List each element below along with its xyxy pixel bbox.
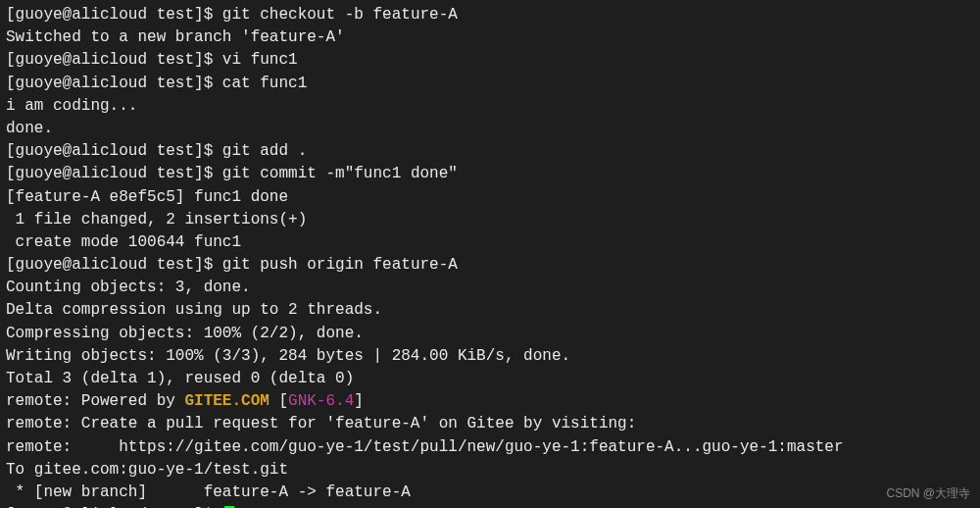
terminal-line: [feature-A e8ef5c5] func1 done [6, 186, 974, 209]
terminal-line: done. [6, 118, 974, 140]
remote-text: remote: Powered by [6, 392, 184, 410]
terminal-line: Compressing objects: 100% (2/2), done. [6, 323, 974, 345]
terminal-line: Writing objects: 100% (3/3), 284 bytes |… [6, 345, 974, 368]
shell-prompt: [guoye@alicloud test]$ [6, 142, 222, 160]
terminal-line: To gitee.com:guo-ye-1/test.git [6, 459, 974, 482]
terminal-line: Counting objects: 3, done. [6, 277, 974, 299]
command-text: cat func1 [222, 75, 307, 92]
shell-prompt: [guoye@alicloud test]$ [6, 6, 222, 24]
gnk-version: GNK-6.4 [288, 392, 354, 410]
command-text: git push origin feature-A [222, 256, 458, 274]
terminal-line: i am coding... [6, 95, 974, 118]
terminal-output[interactable]: [guoye@alicloud test]$ git checkout -b f… [6, 4, 974, 508]
shell-prompt: [guoye@alicloud test]$ [6, 256, 222, 274]
gitee-brand: GITEE.COM [184, 392, 269, 410]
terminal-line: [guoye@alicloud test]$ git checkout -b f… [6, 4, 974, 26]
terminal-line: 1 file changed, 2 insertions(+) [6, 209, 974, 231]
terminal-line: remote: Powered by GITEE.COM [GNK-6.4] [6, 390, 974, 413]
bracket-close: ] [354, 392, 364, 410]
terminal-line: [guoye@alicloud test]$ git commit -m"fun… [6, 163, 974, 185]
terminal-line: Switched to a new branch 'feature-A' [6, 26, 974, 49]
terminal-line: * [new branch] feature-A -> feature-A [6, 482, 974, 504]
terminal-line: [guoye@alicloud test]$ git push origin f… [6, 254, 974, 277]
terminal-line: create mode 100644 func1 [6, 231, 974, 254]
terminal-line: [guoye@alicloud test]$ vi func1 [6, 49, 974, 72]
command-text: vi func1 [222, 51, 298, 69]
terminal-line: [guoye@alicloud test]$ cat func1 [6, 73, 974, 95]
terminal-line: Total 3 (delta 1), reused 0 (delta 0) [6, 368, 974, 390]
terminal-line: [guoye@alicloud test]$ [6, 504, 974, 508]
shell-prompt: [guoye@alicloud test]$ [6, 51, 222, 69]
command-text: git add . [222, 142, 307, 160]
command-text: git checkout -b feature-A [222, 6, 458, 24]
shell-prompt: [guoye@alicloud test]$ [6, 75, 222, 92]
terminal-line: remote: Create a pull request for 'featu… [6, 413, 974, 435]
command-text: git commit -m"func1 done" [222, 165, 458, 182]
terminal-line: Delta compression using up to 2 threads. [6, 299, 974, 322]
terminal-line: [guoye@alicloud test]$ git add . [6, 140, 974, 163]
shell-prompt: [guoye@alicloud test]$ [6, 165, 222, 182]
watermark-text: CSDN @大理寺 [886, 485, 970, 502]
bracket-open: [ [270, 392, 288, 410]
terminal-line: remote: https://gitee.com/guo-ye-1/test/… [6, 436, 974, 459]
